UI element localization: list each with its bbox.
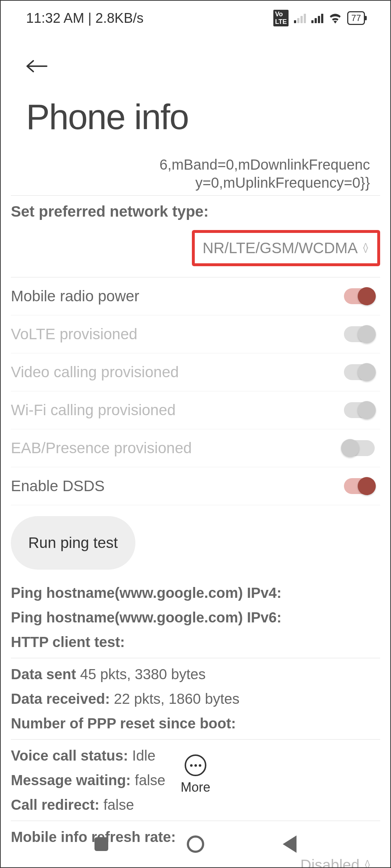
toggle-volte-provisioned: VoLTE provisioned xyxy=(11,315,380,353)
network-type-value: NR/LTE/GSM/WCDMA xyxy=(202,239,358,257)
ping-ipv4-line: Ping hostname(www.google.com) IPv4: xyxy=(11,580,380,605)
toggle-eab-presence-provisioned: EAB/Presence provisioned xyxy=(11,429,380,467)
network-type-dropdown[interactable]: NR/LTE/GSM/WCDMA ᐱᐯ xyxy=(192,230,380,266)
toggle-video-calling-provisioned: Video calling provisioned xyxy=(11,353,380,391)
network-type-label: Set preferred network type: xyxy=(11,195,380,226)
toggle-switch[interactable] xyxy=(344,288,375,304)
wifi-icon xyxy=(329,13,342,24)
battery-icon: 77 xyxy=(347,11,365,25)
recents-button[interactable] xyxy=(94,837,108,851)
more-icon xyxy=(185,754,206,776)
status-icons: VoLTE 77 xyxy=(273,10,365,26)
status-bar: 11:32 AM | 2.8KB/s VoLTE 77 xyxy=(1,1,390,32)
signal-icon-2 xyxy=(311,13,323,23)
chevron-up-down-icon: ᐱᐯ xyxy=(365,861,370,868)
cell-info-text: 6,mBand=0,mDownlinkFrequency=0,mUplinkFr… xyxy=(11,148,380,195)
call-redirect-line: Call redirect: false xyxy=(11,792,380,817)
home-button[interactable] xyxy=(187,835,204,853)
run-ping-test-button[interactable]: Run ping test xyxy=(11,516,135,570)
back-nav-button[interactable] xyxy=(283,835,297,853)
ping-ipv6-line: Ping hostname(www.google.com) IPv6: xyxy=(11,605,380,630)
toggle-switch xyxy=(344,326,375,342)
data-received-line: Data received: 22 pkts, 1860 bytes xyxy=(11,686,380,711)
more-button[interactable]: More xyxy=(1,754,390,795)
toggle-wifi-calling-provisioned: Wi-Fi calling provisioned xyxy=(11,391,380,429)
toggle-switch xyxy=(344,364,375,380)
volte-icon: VoLTE xyxy=(273,10,289,26)
ppp-reset-line: Number of PPP reset since boot: xyxy=(11,711,380,736)
back-button[interactable] xyxy=(26,54,48,78)
toggle-switch xyxy=(344,402,375,418)
toggle-switch xyxy=(344,440,375,456)
toggle-switch[interactable] xyxy=(344,478,375,494)
page-title: Phone info xyxy=(26,97,365,137)
toggle-enable-dsds[interactable]: Enable DSDS xyxy=(11,467,380,505)
http-client-test-line: HTTP client test: xyxy=(11,630,380,654)
header: Phone info xyxy=(1,32,390,148)
navigation-bar xyxy=(1,835,390,853)
signal-icon-1 xyxy=(294,13,306,23)
data-sent-line: Data sent 45 pkts, 3380 bytes xyxy=(11,662,380,686)
chevron-up-down-icon: ᐱᐯ xyxy=(363,244,368,252)
toggle-mobile-radio-power[interactable]: Mobile radio power xyxy=(11,277,380,315)
status-time: 11:32 AM | 2.8KB/s xyxy=(26,10,144,26)
